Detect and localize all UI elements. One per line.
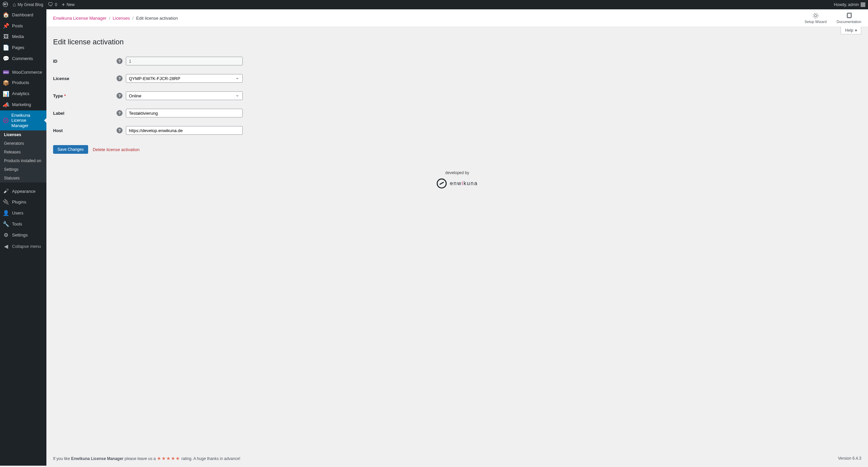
menu-settings[interactable]: ⚙ Settings bbox=[0, 230, 46, 240]
new-link[interactable]: + New bbox=[62, 2, 74, 7]
menu-marketing[interactable]: 📣 Marketing bbox=[0, 99, 46, 110]
setup-wizard-icon bbox=[812, 12, 819, 19]
breadcrumb: Enwikuna License Manager / Licenses / Ed… bbox=[53, 16, 178, 21]
chevron-down-icon: ▾ bbox=[855, 28, 857, 33]
site-title: My Great Blog bbox=[18, 2, 43, 7]
plus-icon: + bbox=[62, 2, 65, 7]
help-icon[interactable]: ? bbox=[117, 93, 123, 99]
users-icon: 👤 bbox=[3, 210, 9, 216]
comments-icon: 💬 bbox=[3, 55, 9, 62]
delete-link[interactable]: Delete license activation bbox=[93, 147, 140, 152]
menu-users[interactable]: 👤 Users bbox=[0, 207, 46, 219]
dashboard-icon: 🏠 bbox=[3, 12, 9, 18]
breadcrumb-parent[interactable]: Licenses bbox=[113, 16, 130, 21]
howdy-text: Howdy, admin bbox=[834, 2, 859, 7]
products-icon: 📦 bbox=[3, 80, 9, 86]
edit-form: ID ? License ? QYMP-EW7K-FJCR-28RP bbox=[53, 53, 861, 139]
menu-elm[interactable]: Enwikuna License Manager bbox=[0, 110, 46, 131]
submenu-settings[interactable]: Settings bbox=[0, 165, 46, 174]
collapse-menu[interactable]: ◀ Collapse menu bbox=[0, 240, 46, 252]
id-field[interactable] bbox=[126, 57, 243, 65]
woo-icon: woo bbox=[3, 70, 9, 74]
comments-link[interactable]: 🗨 0 bbox=[48, 2, 57, 7]
label-label: Label bbox=[53, 111, 117, 116]
megaphone-icon: 📣 bbox=[3, 102, 9, 108]
type-select[interactable]: Online bbox=[126, 91, 243, 100]
menu-woocommerce[interactable]: woo WooCommerce bbox=[0, 67, 46, 77]
svg-point-3 bbox=[814, 15, 817, 17]
help-icon[interactable]: ? bbox=[117, 75, 123, 81]
svg-point-1 bbox=[3, 118, 8, 123]
plugin-icon: 🔌 bbox=[3, 199, 9, 205]
host-label: Host bbox=[53, 128, 117, 133]
user-menu[interactable]: Howdy, admin bbox=[834, 2, 865, 7]
menu-posts[interactable]: 📌 Posts bbox=[0, 20, 46, 31]
menu-dashboard[interactable]: 🏠 Dashboard bbox=[0, 9, 46, 20]
type-label: Type * bbox=[53, 93, 117, 98]
content-area: Enwikuna License Manager / Licenses / Ed… bbox=[46, 9, 868, 466]
avatar-icon bbox=[861, 2, 865, 7]
menu-pages[interactable]: 📄 Pages bbox=[0, 42, 46, 53]
version-text: Version 6.4.3 bbox=[838, 456, 861, 461]
breadcrumb-sep: / bbox=[109, 16, 110, 21]
home-icon: ⌂ bbox=[13, 2, 16, 7]
breadcrumb-sep: / bbox=[132, 16, 134, 21]
host-field[interactable] bbox=[126, 126, 243, 135]
elm-icon bbox=[3, 118, 9, 124]
menu-plugins[interactable]: 🔌 Plugins bbox=[0, 197, 46, 207]
label-field[interactable] bbox=[126, 109, 243, 118]
media-icon: 🖼 bbox=[3, 34, 9, 40]
help-icon[interactable]: ? bbox=[117, 58, 123, 64]
license-select[interactable]: QYMP-EW7K-FJCR-28RP bbox=[126, 74, 243, 83]
wrench-icon: 🔧 bbox=[3, 221, 9, 227]
admin-sidebar: 🏠 Dashboard 📌 Posts 🖼 Media 📄 Pages 💬 Co… bbox=[0, 9, 46, 466]
pin-icon: 📌 bbox=[3, 23, 9, 29]
collapse-icon: ◀ bbox=[3, 243, 9, 249]
help-icon[interactable]: ? bbox=[117, 127, 123, 133]
breadcrumb-current: Edit license activation bbox=[136, 16, 178, 21]
submenu-generators[interactable]: Generators bbox=[0, 139, 46, 148]
footer: If you like Enwikuna License Manager ple… bbox=[46, 451, 868, 466]
menu-comments[interactable]: 💬 Comments bbox=[0, 53, 46, 64]
page-title: Edit license activation bbox=[53, 38, 861, 46]
license-label: License bbox=[53, 76, 117, 81]
help-icon[interactable]: ? bbox=[117, 110, 123, 116]
menu-media[interactable]: 🖼 Media bbox=[0, 31, 46, 42]
submenu-statuses[interactable]: Statuses bbox=[0, 174, 46, 182]
breadcrumb-root[interactable]: Enwikuna License Manager bbox=[53, 16, 106, 21]
documentation-icon bbox=[846, 12, 852, 19]
page-header: Enwikuna License Manager / Licenses / Ed… bbox=[46, 9, 868, 27]
setup-wizard-link[interactable]: Setup Wizard bbox=[805, 12, 827, 24]
submenu-licenses[interactable]: Licenses bbox=[0, 130, 46, 139]
brush-icon: 🖌 bbox=[3, 188, 9, 194]
wp-logo[interactable] bbox=[3, 2, 8, 8]
wordpress-icon bbox=[3, 2, 8, 8]
menu-appearance[interactable]: 🖌 Appearance bbox=[0, 186, 46, 197]
documentation-link[interactable]: Documentation bbox=[837, 12, 861, 24]
analytics-icon: 📊 bbox=[3, 91, 9, 97]
save-button[interactable]: Save Changes bbox=[53, 145, 88, 154]
id-label: ID bbox=[53, 59, 117, 64]
menu-analytics[interactable]: 📊 Analytics bbox=[0, 89, 46, 99]
elm-submenu: Licenses Generators Releases Products in… bbox=[0, 130, 46, 182]
stars-icon[interactable]: ★★★★★ bbox=[157, 456, 180, 461]
enwikuna-logo: enwikuna bbox=[437, 178, 478, 189]
page-icon: 📄 bbox=[3, 44, 9, 51]
admin-bar: ⌂ My Great Blog 🗨 0 + New Howdy, admin bbox=[0, 0, 868, 9]
comment-icon: 🗨 bbox=[48, 2, 53, 7]
sliders-icon: ⚙ bbox=[3, 232, 9, 238]
site-link[interactable]: ⌂ My Great Blog bbox=[13, 2, 43, 7]
help-tab[interactable]: Help ▾ bbox=[841, 27, 861, 34]
submenu-releases[interactable]: Releases bbox=[0, 148, 46, 157]
new-label: New bbox=[66, 2, 74, 7]
comments-count: 0 bbox=[55, 2, 57, 7]
svg-point-2 bbox=[813, 13, 818, 18]
submenu-products-installed[interactable]: Products installed on bbox=[0, 157, 46, 165]
developed-by: developed by enwikuna bbox=[53, 170, 861, 190]
menu-tools[interactable]: 🔧 Tools bbox=[0, 219, 46, 230]
menu-products[interactable]: 📦 Products bbox=[0, 77, 46, 89]
logo-mark-icon bbox=[437, 178, 447, 189]
